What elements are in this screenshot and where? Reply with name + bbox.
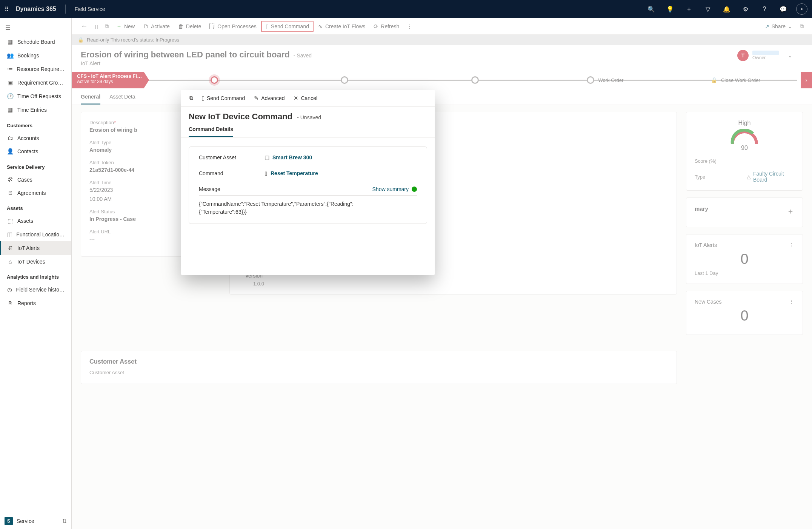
bpf-node-1[interactable] — [211, 76, 218, 84]
cmd-label: Share — [772, 23, 786, 29]
hamburger-icon[interactable]: ☰ — [0, 20, 71, 35]
bell-icon[interactable]: 🔔 — [721, 3, 733, 15]
app-name-label[interactable]: Field Service — [75, 6, 105, 12]
nav-iot-devices[interactable]: ⌂ IoT Devices — [0, 255, 71, 268]
nav-agreements[interactable]: 🗎 Agreements — [0, 186, 71, 199]
nav-assets[interactable]: ⬚ Assets — [0, 214, 71, 228]
nav-functional-locations[interactable]: ◫ Functional Locatio… — [0, 228, 71, 241]
chevron-down-icon: ⌄ — [788, 23, 792, 29]
plus-icon: ＋ — [116, 23, 122, 30]
customer-asset-lookup[interactable]: ⬚ Smart Brew 300 — [265, 154, 312, 160]
new-button[interactable]: ＋ New — [112, 20, 138, 32]
dialog-send-command-button[interactable]: ▯ Send Command — [198, 93, 249, 104]
create-iot-flows-button[interactable]: ∿ Create IoT Flows — [314, 21, 369, 32]
nav-accounts[interactable]: 🗂 Accounts — [0, 131, 71, 145]
document-icon: 🗎 — [7, 190, 14, 196]
owner-name-redacted — [752, 51, 779, 55]
nav-requirement-groups[interactable]: ▣ Requirement Gro… — [0, 76, 71, 89]
nav-label: Bookings — [17, 52, 39, 59]
list-icon: ≔ — [7, 66, 13, 72]
summary-section: mary ＋ — [686, 197, 803, 227]
overflow-menu-icon[interactable]: ⋮ — [404, 22, 415, 31]
app-launcher-icon[interactable]: ⠿ — [5, 6, 9, 13]
close-icon: ✕ — [294, 95, 298, 102]
dialog-cancel-button[interactable]: ✕ Cancel — [290, 93, 321, 104]
nav-timeoff[interactable]: 🕑 Time Off Requests — [0, 89, 71, 103]
owner-avatar[interactable]: T — [737, 50, 749, 61]
priority-label: High — [695, 120, 794, 126]
iot-alerts-tile[interactable]: IoT Alerts ⋮ 0 Last 1 Day — [686, 234, 803, 284]
delete-button[interactable]: 🗑 Delete — [174, 21, 205, 32]
new-cases-tile[interactable]: New Cases ⋮ 0 — [686, 291, 803, 335]
nav-reports[interactable]: 🗎 Reports — [0, 296, 71, 310]
nav-cases[interactable]: 🛠 Cases — [0, 173, 71, 186]
send-command-button[interactable]: ▯ Send Command — [261, 21, 314, 32]
nav-label: IoT Devices — [17, 259, 45, 265]
tile-menu-icon[interactable]: ⋮ — [789, 242, 794, 248]
nav-contacts[interactable]: 👤 Contacts — [0, 145, 71, 158]
add-tile-button[interactable]: ＋ — [787, 206, 794, 216]
form-selector-icon[interactable]: ▯ — [92, 22, 101, 31]
chevron-down-icon[interactable]: ⌄ — [788, 52, 792, 59]
help-icon[interactable]: ? — [758, 3, 770, 15]
back-button[interactable]: ← — [77, 21, 91, 32]
gear-icon[interactable]: ⚙ — [740, 3, 752, 15]
share-icon: ↗ — [765, 23, 769, 29]
command-lookup[interactable]: ▯ Reset Temperature — [265, 170, 318, 176]
chat-icon[interactable]: 💬 — [777, 3, 789, 15]
bpf-next-stage-button[interactable]: › — [801, 72, 812, 88]
owner-label: Owner — [752, 55, 779, 60]
bpf-node-2[interactable] — [341, 76, 348, 84]
bpf-stage-duration: Active for 39 days — [77, 79, 144, 84]
filter-icon[interactable]: ▽ — [702, 3, 714, 15]
nav-time-entries[interactable]: ▦ Time Entries — [0, 103, 71, 117]
plus-icon[interactable]: ＋ — [683, 3, 695, 15]
command-icon: ▯ — [201, 95, 205, 102]
incident-type-value[interactable]: Faulty Circuit Board — [753, 171, 794, 183]
saved-suffix: - Saved — [294, 52, 312, 59]
tile-menu-icon[interactable]: ⋮ — [789, 299, 794, 305]
new-iot-device-command-dialog: ⧉ ▯ Send Command ✎ Advanced ✕ Cancel New… — [181, 90, 435, 275]
search-icon[interactable]: 🔍 — [645, 3, 657, 15]
record-title: Erosion of wiring between LED panel to c… — [81, 50, 290, 59]
open-processes-button[interactable]: ⿹ Open Processes — [206, 21, 260, 32]
show-summary-link[interactable]: Show summary — [372, 186, 417, 192]
cube-icon: ⬚ — [7, 217, 14, 224]
activate-button[interactable]: 🗋 Activate — [139, 21, 174, 32]
nav-divider — [65, 5, 66, 14]
dialog-tab-command-details[interactable]: Command Details — [189, 126, 233, 137]
report-icon: 🗎 — [7, 300, 14, 306]
area-switcher[interactable]: S Service ⇅ — [0, 513, 71, 529]
bpf-node-3[interactable] — [471, 76, 479, 84]
cmd-label: Delete — [186, 23, 201, 29]
nav-bookings[interactable]: 👥 Bookings — [0, 49, 71, 62]
nav-schedule-board[interactable]: ▦ Schedule Board — [0, 35, 71, 49]
dialog-command-bar: ⧉ ▯ Send Command ✎ Advanced ✕ Cancel — [181, 90, 435, 106]
nav-iot-alerts[interactable]: ⇵ IoT Alerts — [0, 241, 71, 255]
command-label: Command — [199, 170, 255, 176]
nav-resource-req[interactable]: ≔ Resource Require… — [0, 62, 71, 76]
cmd-label: Send Command — [271, 23, 309, 29]
tab-general[interactable]: General — [81, 94, 100, 105]
lightbulb-icon[interactable]: 💡 — [664, 3, 676, 15]
bpf-node-4[interactable] — [587, 76, 594, 84]
tab-asset-details[interactable]: Asset Deta — [109, 94, 135, 105]
message-body[interactable]: {"CommandName":"Reset Temperature","Para… — [199, 200, 395, 216]
bpf-active-stage[interactable]: CFS - IoT Alert Process Fl… Active for 3… — [72, 72, 149, 88]
refresh-button[interactable]: ⟳ Refresh — [370, 21, 403, 32]
open-new-window-icon[interactable]: ⧉ — [186, 93, 196, 103]
popout-icon[interactable]: ⧉ — [797, 22, 807, 31]
process-icon: ⿹ — [209, 23, 215, 29]
dialog-advanced-button[interactable]: ✎ Advanced — [250, 93, 288, 104]
lock-icon: 🔒 — [78, 37, 84, 43]
entity-label: IoT Alert — [81, 60, 312, 66]
nav-label: Time Off Requests — [17, 93, 61, 99]
user-avatar[interactable]: • — [796, 3, 807, 15]
tile-count: 0 — [695, 251, 794, 267]
wrench-icon: 🛠 — [7, 176, 14, 183]
nav-fs-history[interactable]: ◷ Field Service histo… — [0, 283, 71, 296]
cmd-label: Refresh — [381, 23, 399, 29]
lock-icon: 🔒 — [711, 77, 717, 83]
open-new-window-icon[interactable]: ⧉ — [102, 22, 112, 31]
share-button[interactable]: ↗ Share ⌄ — [761, 21, 796, 32]
